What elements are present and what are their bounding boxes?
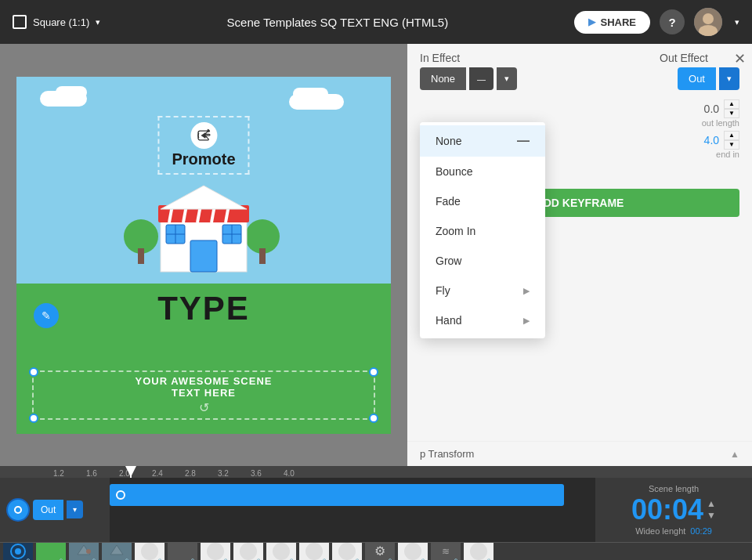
thumbnail-11[interactable]: ⚙ 🔒 [365, 542, 395, 560]
share-button[interactable]: ▶ SHARE [574, 11, 650, 34]
in-effect-chevron-button[interactable]: ▾ [497, 67, 517, 90]
thumbnail-7[interactable]: 🔒 [233, 542, 263, 560]
track-area[interactable] [110, 478, 595, 542]
transform-chevron-icon: ▲ [730, 449, 739, 460]
menu-item-hand-label: Hand [436, 314, 461, 327]
svg-rect-5 [138, 248, 144, 264]
menu-item-fly[interactable]: Fly ▶ [420, 276, 545, 305]
timeline-info: Scene length 00:04 ▲ ▼ Wideo lenght 00:2… [595, 478, 752, 542]
panel-close-button[interactable]: ✕ [734, 50, 746, 67]
help-button[interactable]: ? [660, 9, 685, 34]
menu-item-none[interactable]: None — [420, 125, 545, 157]
thumb-circle-8 [273, 543, 290, 560]
end-in-row: 4.0 ▲ ▼ [691, 131, 739, 150]
ruler-mark-1: 1.6 [86, 469, 97, 478]
menu-item-hand-chevron-icon: ▶ [523, 316, 530, 326]
time-down-button[interactable]: ▼ [707, 510, 716, 521]
out-length-down[interactable]: ▼ [724, 109, 739, 118]
thumb-icon-0 [10, 544, 26, 559]
menu-item-hand[interactable]: Hand ▶ [420, 305, 545, 335]
timeline-ruler: 1.2 1.6 2.0 2.4 2.8 3.2 3.6 4.0 [0, 466, 752, 478]
sub-text2: TEXT HERE [40, 387, 367, 399]
menu-item-fade[interactable]: Fade [420, 186, 545, 216]
thumbnail-3[interactable]: 🔒 [102, 542, 132, 560]
thumbnail-0[interactable]: 🔒 [3, 542, 33, 560]
menu-item-none-dash: — [517, 134, 530, 148]
thumbnail-2[interactable]: 🔒 [69, 542, 99, 560]
out-effect-arrow-button[interactable]: ▾ [719, 67, 739, 90]
out-length-label: out length [702, 118, 739, 128]
play-icon: ▶ [588, 16, 595, 27]
time-up-button[interactable]: ▲ [707, 498, 716, 509]
out-effect-button[interactable]: Out [678, 67, 716, 90]
in-effect-arrow-button[interactable]: — [469, 67, 494, 90]
canvas[interactable]: Promote [16, 77, 391, 434]
ruler-mark-3: 2.4 [152, 469, 163, 478]
thumbnail-6[interactable]: 🔒 [201, 542, 230, 560]
ruler-marks: 1.2 1.6 2.0 2.4 2.8 3.2 3.6 4.0 [0, 466, 752, 478]
video-length-value: 00:29 [690, 526, 712, 536]
out-length-row: 0.0 ▲ ▼ [691, 99, 739, 118]
menu-item-grow[interactable]: Grow [420, 246, 545, 276]
in-effect-dropdown[interactable]: None — ▾ [420, 67, 517, 90]
ruler-mark-7: 4.0 [284, 469, 295, 478]
menu-item-bounce[interactable]: Bounce [420, 157, 545, 186]
track-out-arrow-button[interactable]: ▾ [67, 500, 83, 518]
thumb-gear-icon: ⚙ [374, 544, 385, 558]
thumbnail-13[interactable]: ≋ 🔒 [431, 542, 461, 560]
svg-point-3 [207, 129, 209, 132]
in-effect-none-button[interactable]: None [420, 67, 466, 90]
thumbnail-10[interactable]: 🔒 [332, 542, 362, 560]
thumb-icon-13: ≋ [442, 546, 450, 557]
type-text: TYPE [16, 290, 391, 327]
ruler-mark-0: 1.2 [53, 469, 64, 478]
out-effect-dropdown[interactable]: Out ▾ [678, 67, 739, 90]
end-in-label: end in [716, 150, 739, 159]
avatar[interactable] [694, 8, 722, 36]
out-length-spinners[interactable]: ▲ ▼ [724, 99, 739, 118]
handle-bl[interactable] [29, 414, 38, 423]
avatar-image [694, 8, 722, 36]
svg-marker-22 [161, 186, 247, 209]
handle-tr[interactable] [369, 367, 378, 377]
menu-item-fly-label: Fly [436, 284, 450, 297]
refresh-icon[interactable]: ↺ [40, 400, 367, 415]
transform-row[interactable]: p Transform ▲ [407, 441, 752, 466]
user-menu-chevron-icon[interactable]: ▾ [735, 17, 739, 27]
edit-button[interactable]: ✎ [34, 303, 59, 328]
thumb-circle-9 [306, 543, 323, 560]
share-label: SHARE [600, 16, 636, 28]
out-length-up[interactable]: ▲ [724, 99, 739, 109]
menu-item-zoomin[interactable]: Zoom In [420, 216, 545, 246]
end-in-spinners[interactable]: ▲ ▼ [724, 131, 739, 150]
help-icon: ? [668, 16, 675, 29]
handle-tl[interactable] [29, 367, 38, 377]
sub-text-box[interactable]: YOUR AWESOME SCENE TEXT HERE ↺ [32, 370, 375, 420]
svg-point-1 [703, 13, 714, 24]
video-length-row: Wideo lenght 00:29 [635, 526, 712, 536]
time-display-row: 00:04 ▲ ▼ [631, 493, 716, 526]
thumbnail-14[interactable]: 🔒 [464, 542, 494, 560]
thumbnail-1[interactable]: 🔒 [36, 542, 66, 560]
end-in-up[interactable]: ▲ [724, 131, 739, 140]
thumbnail-8[interactable]: 🔒 [266, 542, 296, 560]
track-out-button[interactable]: Out [33, 500, 63, 520]
thumbnail-12[interactable]: 🔒 [398, 542, 428, 560]
thumbnail-9[interactable]: 🔒 [299, 542, 329, 560]
thumbnail-strip: 🔒 🔒 🔒 🔒 🔒 🔒 [0, 542, 752, 560]
thumbnail-4[interactable]: 🔒 [135, 542, 164, 560]
format-chevron-icon: ▾ [96, 17, 100, 27]
in-effect-label: In Effect [420, 52, 460, 64]
thumbnail-5[interactable]: 🔒 [168, 542, 197, 560]
handle-br[interactable] [369, 414, 378, 423]
track-circle-icon [6, 498, 30, 522]
cloud-right2 [293, 88, 328, 100]
format-selector[interactable]: Square (1:1) ▾ [13, 15, 100, 29]
format-label: Square (1:1) [33, 16, 89, 28]
end-in-down[interactable]: ▼ [724, 140, 739, 150]
track-out-label: Out [41, 504, 56, 515]
cloud-left2 [56, 86, 87, 99]
time-spinners[interactable]: ▲ ▼ [707, 498, 716, 521]
thumb-icon-3 [107, 542, 126, 560]
track-blue-bar[interactable] [110, 484, 564, 506]
